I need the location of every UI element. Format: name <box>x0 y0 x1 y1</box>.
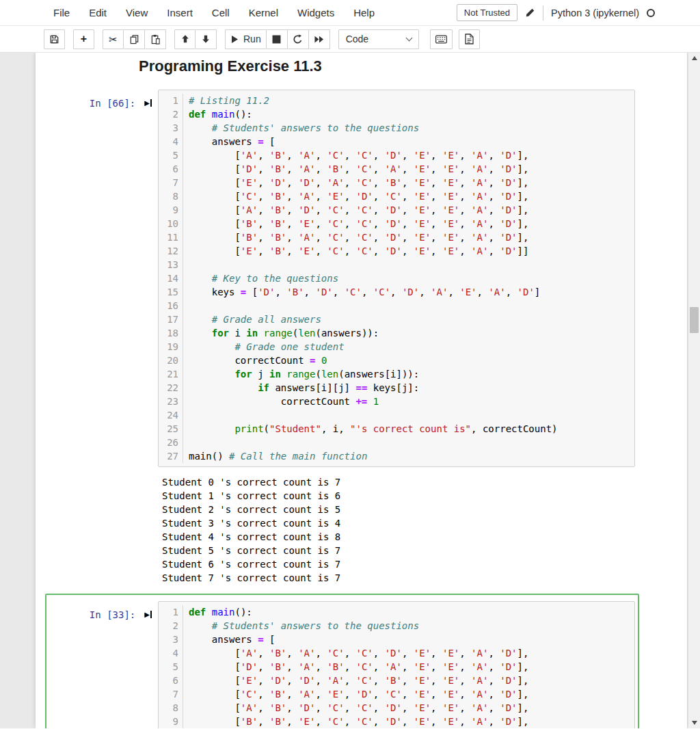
insert-cell-below-button[interactable]: + <box>73 29 94 49</box>
line-number: 22 <box>159 381 183 395</box>
toolbar-button-group: ✂ <box>103 29 166 49</box>
code-cell-selected[interactable]: In [33]:▶1def main():2 # Students' answe… <box>45 594 639 728</box>
code-line: 23 correctCount += 1 <box>159 395 634 408</box>
line-number: 6 <box>159 674 183 687</box>
menu-bar: FileEditViewInsertCellKernelWidgetsHelp … <box>0 0 700 26</box>
play-icon <box>230 35 239 44</box>
menu-view[interactable]: View <box>116 7 157 18</box>
fast-forward-icon <box>314 35 324 44</box>
input-prompt: In [33]: <box>90 609 135 620</box>
toolbar-button-groups: +✂Run <box>44 29 330 49</box>
scissors-icon: ✂ <box>109 34 118 44</box>
cut-cells-button[interactable]: ✂ <box>103 29 124 49</box>
menu-cell[interactable]: Cell <box>202 7 239 18</box>
output-line: Student 7 's correct count is 7 <box>162 571 687 585</box>
cell-type-dropdown[interactable]: Code <box>338 29 419 49</box>
line-number: 21 <box>159 367 183 381</box>
line-number: 3 <box>159 121 183 135</box>
restart-and-run-all-button[interactable] <box>309 29 330 49</box>
line-number: 4 <box>159 135 183 148</box>
trust-status-button[interactable]: Not Trusted <box>457 4 517 21</box>
toolbar-button-group: + <box>73 29 94 49</box>
code-line: 11 ['B', 'B', 'A', 'C', 'C', 'D', 'E', '… <box>159 230 634 244</box>
code-line: 18 for i in range(len(answers)): <box>159 326 634 340</box>
code-line: 10 ['B', 'B', 'E', 'C', 'C', 'D', 'E', '… <box>159 217 634 230</box>
code-line: 4 ['A', 'B', 'A', 'C', 'C', 'D', 'E', 'E… <box>159 646 634 660</box>
code-editor[interactable]: 1def main():2 # Students' answers to the… <box>158 601 635 728</box>
run-cell-button[interactable]: Run <box>225 29 267 49</box>
copy-cells-button[interactable] <box>124 29 145 49</box>
scrollbar-thumb[interactable] <box>690 307 699 333</box>
line-number: 17 <box>159 313 183 326</box>
input-prompt: In [66]: <box>90 98 135 109</box>
divider <box>543 5 543 21</box>
menu-edit[interactable]: Edit <box>79 7 116 18</box>
file-button[interactable] <box>459 29 480 49</box>
arrow-down-icon <box>201 34 211 44</box>
output-line: Student 4 's correct count is 8 <box>162 530 687 544</box>
save-notebook-button[interactable] <box>44 29 65 49</box>
line-number: 6 <box>159 162 183 176</box>
menubar-right: Not Trusted Python 3 (ipykernel) <box>457 4 655 21</box>
toolbar-button-group <box>44 29 65 49</box>
arrow-up-icon <box>180 34 190 44</box>
step-forward-icon[interactable]: ▶ <box>144 99 152 107</box>
paste-cells-button[interactable] <box>145 29 166 49</box>
menu-kernel[interactable]: Kernel <box>239 7 288 18</box>
code-line: 1def main(): <box>159 605 634 619</box>
toolbar-button-group <box>174 29 217 49</box>
move-cell-down-button[interactable] <box>196 29 217 49</box>
code-line: 5 ['A', 'B', 'A', 'C', 'C', 'D', 'E', 'E… <box>159 148 634 162</box>
line-number: 12 <box>159 244 183 258</box>
line-number: 7 <box>159 176 183 189</box>
code-editor[interactable]: 1# Listing 11.22def main():3 # Students'… <box>158 90 635 467</box>
interrupt-kernel-button[interactable] <box>267 29 288 49</box>
toolbar: +✂Run Code <box>0 26 700 53</box>
pencil-icon <box>525 8 535 18</box>
line-number: 18 <box>159 326 183 340</box>
code-line: 27main() # Call the main function <box>159 449 634 463</box>
prompt-column: In [33]:▶ <box>46 601 158 728</box>
file-icon <box>465 34 474 44</box>
copy-icon <box>129 34 139 44</box>
scrollbar-down-arrow[interactable] <box>688 717 700 728</box>
line-number: 16 <box>159 299 183 313</box>
code-line: 22 if answers[i][j] == keys[j]: <box>159 381 634 395</box>
code-line: 26 <box>159 436 634 449</box>
line-number: 20 <box>159 354 183 367</box>
code-line: 2 # Students' answers to the questions <box>159 619 634 633</box>
step-forward-icon[interactable]: ▶ <box>144 611 152 618</box>
code-line: 9 ['B', 'B', 'E', 'C', 'C', 'D', 'E', 'E… <box>159 715 634 728</box>
scrollbar[interactable] <box>688 53 700 728</box>
command-palette-button[interactable] <box>430 29 453 49</box>
code-line: 5 ['D', 'B', 'A', 'B', 'C', 'A', 'E', 'E… <box>159 660 634 674</box>
line-number: 25 <box>159 422 183 436</box>
line-number: 5 <box>159 148 183 162</box>
line-number: 5 <box>159 660 183 674</box>
output-line: Student 5 's correct count is 7 <box>162 544 687 557</box>
prompt-column: In [66]:▶ <box>36 90 158 467</box>
line-number: 13 <box>159 258 183 271</box>
menu-help[interactable]: Help <box>344 7 384 18</box>
code-line: 14 # Key to the questions <box>159 271 634 285</box>
menu-widgets[interactable]: Widgets <box>288 7 344 18</box>
move-cell-up-button[interactable] <box>174 29 196 49</box>
code-cell[interactable]: In [66]:▶1# Listing 11.22def main():3 # … <box>36 90 687 585</box>
line-number: 9 <box>159 715 183 728</box>
code-line: 13 <box>159 258 634 271</box>
line-number: 8 <box>159 189 183 203</box>
code-line: 8 ['A', 'B', 'D', 'C', 'C', 'D', 'E', 'E… <box>159 701 634 715</box>
menu-file[interactable]: File <box>44 7 79 18</box>
menu-insert[interactable]: Insert <box>157 7 202 18</box>
code-line: 1# Listing 11.2 <box>159 94 634 107</box>
code-line: 21 for j in range(len(answers[i])): <box>159 367 634 381</box>
output-area: Student 0 's correct count is 7Student 1… <box>162 475 687 585</box>
output-line: Student 0 's correct count is 7 <box>162 475 687 489</box>
menu: FileEditViewInsertCellKernelWidgetsHelp <box>44 7 384 18</box>
scrollbar-up-arrow[interactable] <box>688 53 700 64</box>
kernel-name: Python 3 (ipykernel) <box>551 8 639 18</box>
line-number: 3 <box>159 633 183 646</box>
restart-kernel-button[interactable] <box>288 29 309 49</box>
code-line: 2def main(): <box>159 107 634 121</box>
line-number: 7 <box>159 687 183 701</box>
